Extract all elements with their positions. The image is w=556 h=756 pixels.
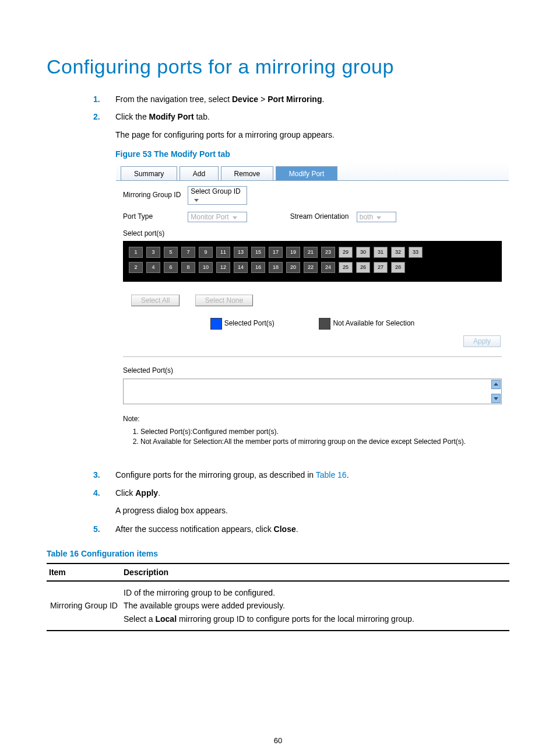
port-27[interactable]: 27 bbox=[374, 262, 388, 273]
select-all-button[interactable]: Select All bbox=[131, 295, 180, 306]
tab-summary[interactable]: Summary bbox=[121, 166, 177, 180]
modify-port-screenshot: Summary Add Remove Modify Port Mirroring… bbox=[115, 162, 509, 456]
tab-add[interactable]: Add bbox=[180, 166, 219, 180]
port-6[interactable]: 6 bbox=[164, 262, 178, 273]
scroll-up-icon[interactable] bbox=[491, 380, 501, 389]
configuration-table: Item Description Mirroring Group ID ID o… bbox=[47, 563, 509, 631]
port-11[interactable]: 11 bbox=[216, 247, 230, 258]
port-20[interactable]: 20 bbox=[286, 262, 300, 273]
table-caption: Table 16 Configuration items bbox=[47, 549, 509, 558]
tab-bar: Summary Add Remove Modify Port bbox=[116, 163, 509, 181]
port-7[interactable]: 7 bbox=[181, 247, 195, 258]
step-1: From the navigation tree, select Device … bbox=[93, 93, 509, 106]
chevron-down-icon bbox=[233, 216, 237, 219]
note-title: Note: bbox=[123, 415, 140, 423]
step-4-subnote: A progress dialog box appears. bbox=[115, 504, 509, 517]
port-22[interactable]: 22 bbox=[304, 262, 318, 273]
page-number: 60 bbox=[47, 736, 509, 745]
tab-remove[interactable]: Remove bbox=[221, 166, 274, 180]
port-3[interactable]: 3 bbox=[146, 247, 160, 258]
stream-orientation-select[interactable]: both bbox=[357, 212, 396, 222]
port-30[interactable]: 30 bbox=[356, 247, 370, 258]
port-2[interactable]: 2 bbox=[129, 262, 143, 273]
step-2: Click the Modify Port tab. bbox=[93, 110, 509, 123]
mirroring-group-id-label: Mirroring Group ID bbox=[123, 191, 186, 199]
port-18[interactable]: 18 bbox=[269, 262, 283, 273]
port-31[interactable]: 31 bbox=[374, 247, 388, 258]
table-row: Mirroring Group ID ID of the mirroring g… bbox=[47, 581, 509, 631]
selected-ports-label: Selected Port(s) bbox=[123, 366, 173, 374]
port-12[interactable]: 12 bbox=[216, 262, 230, 273]
table-16-link[interactable]: Table 16 bbox=[316, 470, 347, 480]
step-5: After the success notification appears, … bbox=[93, 523, 509, 536]
port-28[interactable]: 28 bbox=[391, 262, 405, 273]
port-13[interactable]: 13 bbox=[234, 247, 248, 258]
port-8[interactable]: 8 bbox=[181, 262, 195, 273]
port-33[interactable]: 33 bbox=[409, 247, 423, 258]
note-1: Selected Port(s):Configured member port(… bbox=[140, 428, 503, 436]
port-32[interactable]: 32 bbox=[391, 247, 405, 258]
port-16[interactable]: 16 bbox=[251, 262, 265, 273]
stream-orientation-label: Stream Orientation bbox=[290, 212, 349, 220]
figure-caption: Figure 53 The Modify Port tab bbox=[115, 149, 509, 159]
port-21[interactable]: 21 bbox=[304, 247, 318, 258]
port-19[interactable]: 19 bbox=[286, 247, 300, 258]
page-title: Configuring ports for a mirroring group bbox=[47, 55, 509, 78]
th-description: Description bbox=[121, 564, 509, 581]
port-10[interactable]: 10 bbox=[199, 262, 213, 273]
legend-na-swatch bbox=[319, 318, 330, 330]
tab-modify-port[interactable]: Modify Port bbox=[276, 166, 338, 180]
port-23[interactable]: 23 bbox=[321, 247, 335, 258]
step-4: Click Apply. bbox=[93, 487, 509, 499]
port-25[interactable]: 25 bbox=[339, 262, 353, 273]
mirroring-group-id-select[interactable]: Select Group ID bbox=[188, 186, 247, 205]
apply-button[interactable]: Apply bbox=[463, 335, 501, 347]
port-1[interactable]: 1 bbox=[129, 247, 143, 258]
port-type-select[interactable]: Monitor Port bbox=[188, 212, 247, 222]
port-type-label: Port Type bbox=[123, 212, 186, 220]
scroll-down-icon[interactable] bbox=[491, 394, 501, 403]
chevron-down-icon bbox=[376, 216, 381, 219]
select-none-button[interactable]: Select None bbox=[195, 295, 253, 306]
port-9[interactable]: 9 bbox=[199, 247, 213, 258]
legend-selected-swatch bbox=[210, 318, 222, 330]
selected-ports-box bbox=[123, 379, 502, 404]
port-selector[interactable]: 13579111315171921232930313233 2468101214… bbox=[123, 241, 502, 282]
th-item: Item bbox=[47, 564, 121, 581]
port-17[interactable]: 17 bbox=[269, 247, 283, 258]
port-4[interactable]: 4 bbox=[146, 262, 160, 273]
port-14[interactable]: 14 bbox=[234, 262, 248, 273]
select-ports-label: Select port(s) bbox=[123, 229, 164, 237]
port-29[interactable]: 29 bbox=[339, 247, 353, 258]
note-2: Not Available for Selection:All the memb… bbox=[140, 438, 503, 446]
step-3: Configure ports for the mirroring group,… bbox=[93, 468, 509, 481]
step-2-subnote: The page for configuring ports for a mir… bbox=[115, 128, 509, 141]
port-24[interactable]: 24 bbox=[321, 262, 335, 273]
port-15[interactable]: 15 bbox=[251, 247, 265, 258]
port-5[interactable]: 5 bbox=[164, 247, 178, 258]
chevron-down-icon bbox=[194, 199, 199, 202]
port-26[interactable]: 26 bbox=[356, 262, 370, 273]
